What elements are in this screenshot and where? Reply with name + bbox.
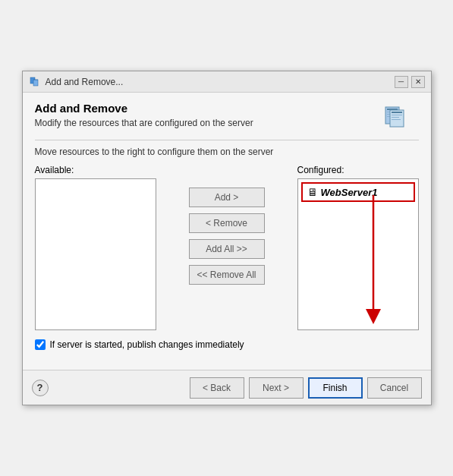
available-label: Available:	[35, 165, 156, 175]
action-buttons: Add > < Remove Add All >> << Remove All	[156, 165, 297, 285]
configured-item-webserver1[interactable]: 🖥 WebServer1	[301, 182, 415, 202]
svg-rect-11	[392, 117, 399, 118]
content-area: Add and Remove Modify the resources that…	[23, 93, 431, 370]
footer-left: ?	[32, 380, 49, 396]
remove-all-button[interactable]: << Remove All	[189, 265, 265, 285]
window-title: Add and Remove...	[46, 77, 124, 87]
header-text: Add and Remove Modify the resources that…	[35, 102, 253, 128]
help-button[interactable]: ?	[32, 380, 49, 396]
available-list[interactable]	[35, 178, 156, 330]
configured-list[interactable]: 🖥 WebServer1	[297, 178, 419, 330]
configured-item-name: WebServer1	[321, 187, 378, 198]
add-all-button[interactable]: Add All >>	[189, 239, 265, 259]
svg-rect-1	[33, 80, 38, 86]
remove-button[interactable]: < Remove	[189, 213, 265, 233]
lists-section: Available: Add > < Remove Add All >> << …	[35, 165, 419, 330]
svg-rect-12	[392, 119, 401, 120]
next-button[interactable]: Next >	[249, 377, 304, 399]
publish-checkbox-label: If server is started, publish changes im…	[50, 339, 244, 350]
header-icon	[382, 102, 419, 132]
window-icon	[29, 76, 41, 88]
cancel-button[interactable]: Cancel	[367, 377, 422, 399]
checkbox-row: If server is started, publish changes im…	[35, 339, 419, 350]
footer-buttons: < Back Next > Finish Cancel	[190, 377, 422, 399]
publish-checkbox[interactable]	[35, 339, 46, 350]
footer-bar: ? < Back Next > Finish Cancel	[23, 370, 431, 405]
configured-list-container: Configured: 🖥 WebServer1	[297, 165, 419, 330]
instruction-text: Move resources to the right to configure…	[35, 147, 419, 157]
header-section: Add and Remove Modify the resources that…	[35, 102, 419, 132]
main-window: Add and Remove... ─ ✕ Add and Remove Mod…	[22, 71, 432, 405]
page-subtitle: Modify the resources that are configured…	[35, 118, 253, 128]
available-list-container: Available:	[35, 165, 156, 330]
page-title: Add and Remove	[35, 102, 253, 115]
header-divider	[35, 140, 419, 140]
back-button[interactable]: < Back	[190, 377, 244, 399]
configured-label: Configured:	[297, 165, 419, 175]
add-button[interactable]: Add >	[189, 188, 265, 207]
title-bar-controls: ─ ✕	[395, 76, 425, 88]
title-bar-left: Add and Remove...	[29, 76, 124, 88]
title-bar: Add and Remove... ─ ✕	[23, 71, 431, 93]
minimize-button[interactable]: ─	[395, 76, 408, 88]
server-icon: 🖥	[307, 186, 318, 198]
svg-rect-9	[392, 112, 402, 113]
close-button[interactable]: ✕	[411, 76, 425, 88]
finish-button[interactable]: Finish	[308, 377, 363, 399]
svg-rect-10	[392, 115, 402, 115]
